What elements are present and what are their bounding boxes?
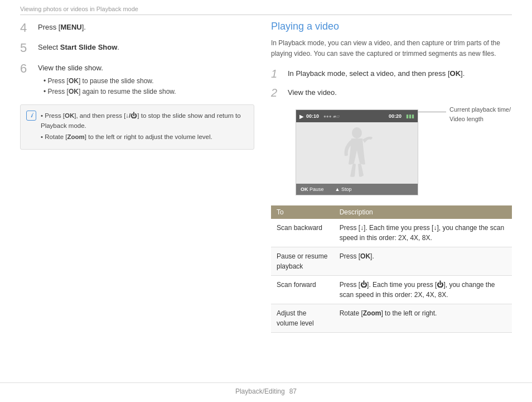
- description-table: To Description Scan backward Press [↓]. …: [271, 205, 512, 333]
- caption-line: [418, 112, 446, 112]
- note-box: 𝑖 Press [OK], and then press [↓/⏻] to st…: [20, 104, 254, 150]
- right-step-1-content: In Playback mode, select a video, and th…: [288, 67, 512, 79]
- play-icon: ▶: [299, 113, 304, 119]
- row1-to: Scan backward: [271, 219, 334, 247]
- person-silhouette: [335, 125, 379, 181]
- page-container: Viewing photos or videos in Playback mod…: [0, 0, 532, 402]
- step-5-number: 5: [20, 41, 33, 55]
- row4-to: Adjust the volume level: [271, 304, 334, 333]
- battery-icon: ▮▮▮: [406, 113, 414, 119]
- status-icons: ●●● ▰▱: [323, 114, 340, 119]
- step-6-bullet-1: Press [OK] to pause the slide show.: [43, 76, 254, 87]
- step-6-bullet-2: Press [OK] again to resume the slide sho…: [43, 87, 254, 97]
- bottom-right-label: ▲ Stop: [335, 186, 352, 192]
- table-row: Scan backward Press [↓]. Each time you p…: [271, 219, 512, 247]
- video-section: ▶ 00:10 ●●● ▰▱ 00:20 ▮▮▮: [283, 105, 512, 200]
- note-item-2: Rotate [Zoom] to the left or right to ad…: [41, 132, 247, 142]
- video-preview: ▶ 00:10 ●●● ▰▱ 00:20 ▮▮▮: [296, 109, 418, 195]
- caption-line2: Video length: [449, 116, 483, 122]
- footer-page: 87: [289, 387, 297, 395]
- footer-content: Playback/Editing 87: [0, 387, 532, 395]
- step-6-bullets: Press [OK] to pause the slide show. Pres…: [38, 76, 254, 97]
- table-row: Pause or resumeplayback Press [OK].: [271, 247, 512, 276]
- note-icon: 𝑖: [26, 111, 36, 121]
- step-5: 5 Select Start Slide Show.: [20, 41, 254, 55]
- step-4-content: Press [MENU].: [38, 21, 254, 33]
- row3-to: Scan forward: [271, 276, 334, 304]
- right-step-1-number: 1: [271, 67, 283, 80]
- right-step-2: 2 View the video.: [271, 86, 512, 99]
- table-row: Adjust the volume level Rotate [Zoom] to…: [271, 304, 512, 333]
- right-step-1-text: In Playback mode, select a video, and th…: [288, 68, 512, 79]
- table-row: Scan forward Press [⏻]. Each time you pr…: [271, 276, 512, 304]
- table-body: Scan backward Press [↓]. Each time you p…: [271, 219, 512, 333]
- video-body: [296, 122, 418, 184]
- video-bottom-bar: OK Pause ▲ Stop: [296, 184, 418, 195]
- col-description: Description: [334, 205, 512, 219]
- right-step-1: 1 In Playback mode, select a video, and …: [271, 67, 512, 80]
- right-step-2-text: View the video.: [288, 87, 512, 98]
- left-column: 4 Press [MENU]. 5 Select Start Slide Sho…: [20, 21, 254, 333]
- footer-text: Playback/Editing: [235, 387, 285, 395]
- time-left: 00:10: [306, 113, 319, 119]
- step-5-text: Select Start Slide Show.: [38, 42, 254, 53]
- row2-desc: Press [OK].: [334, 247, 512, 276]
- step-6-main: View the slide show.: [38, 63, 254, 74]
- step-4-key: MENU: [60, 23, 81, 31]
- row4-desc: Rotate [Zoom] to the left or right.: [334, 304, 512, 333]
- row3-desc: Press [⏻]. Each time you press [⏻], you …: [334, 276, 512, 304]
- right-column: Playing a video In Playback mode, you ca…: [271, 21, 512, 333]
- note-list: Press [OK], and then press [↓/⏻] to stop…: [41, 111, 247, 142]
- step-5-content: Select Start Slide Show.: [38, 41, 254, 53]
- bottom-left-label: OK Pause: [301, 186, 324, 192]
- caption-text: Current playback time/ Video length: [449, 105, 511, 123]
- svg-point-0: [352, 127, 362, 138]
- section-title: Playing a video: [271, 21, 512, 32]
- note-item-1: Press [OK], and then press [↓/⏻] to stop…: [41, 111, 247, 131]
- step-4: 4 Press [MENU].: [20, 21, 254, 35]
- footer: Playback/Editing 87: [0, 382, 532, 395]
- right-step-2-number: 2: [271, 86, 283, 99]
- content-area: 4 Press [MENU]. 5 Select Start Slide Sho…: [0, 15, 532, 344]
- section-intro: In Playback mode, you can view a video, …: [271, 38, 512, 59]
- breadcrumb: Viewing photos or videos in Playback mod…: [0, 0, 532, 15]
- video-caption-area: Current playback time/ Video length: [418, 105, 511, 123]
- row1-desc: Press [↓]. Each time you press [↓], you …: [334, 219, 512, 247]
- step-6-number: 6: [20, 61, 33, 76]
- step-6-content: View the slide show. Press [OK] to pause…: [38, 61, 254, 98]
- table-head: To Description: [271, 205, 512, 219]
- table-header-row: To Description: [271, 205, 512, 219]
- step-4-text: Press [MENU].: [38, 22, 254, 33]
- caption-line1: Current playback time/: [449, 106, 511, 113]
- step-6: 6 View the slide show. Press [OK] to pau…: [20, 61, 254, 98]
- right-step-2-content: View the video.: [288, 86, 512, 98]
- step-5-key: Start Slide Show: [60, 43, 118, 51]
- step-4-number: 4: [20, 21, 33, 35]
- video-top-bar: ▶ 00:10 ●●● ▰▱ 00:20 ▮▮▮: [296, 110, 418, 122]
- row2-to: Pause or resumeplayback: [271, 247, 334, 276]
- time-right: 00:20: [389, 113, 402, 119]
- col-to: To: [271, 205, 334, 219]
